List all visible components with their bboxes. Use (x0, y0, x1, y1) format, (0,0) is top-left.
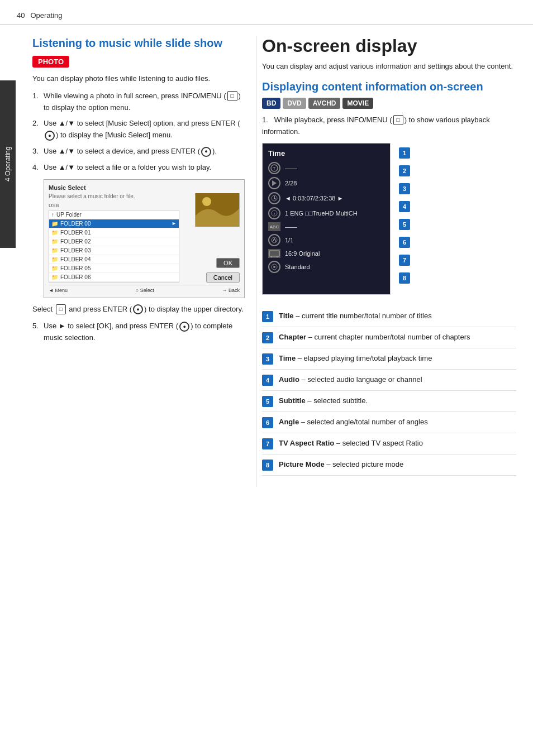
info-desc-5: – selected subtitle. (307, 396, 368, 405)
folder-icon-3: 📁 (51, 247, 58, 253)
info-label-8: Picture Mode (279, 460, 325, 468)
osd-row-subtitle: ABC —— (268, 222, 384, 231)
osd-step1: 1. While playback, press INFO/MENU (□) t… (262, 114, 516, 138)
info-text-3: Time – elapsed playing time/total playba… (279, 353, 516, 364)
nav-select: ○ Select (136, 288, 154, 293)
info-item-1: 1 Title – current title number/total num… (262, 306, 516, 327)
usb-label: USB (49, 203, 179, 208)
info-item-8: 8 Picture Mode – selected picture mode (262, 454, 516, 476)
osd-title-text: —— (285, 165, 384, 171)
info-text-7: TV Aspect Ratio – selected TV aspect Rat… (279, 438, 516, 449)
info-desc-1: – current title number/total number of t… (296, 312, 432, 320)
info-text-6: Angle – selected angle/total number of a… (279, 417, 516, 428)
num-badge-8: 8 (399, 272, 410, 284)
audio-row-icon: ♪ (268, 207, 280, 219)
osd-row-chapter: 2/28 (268, 177, 384, 189)
folder-01[interactable]: 📁 FOLDER 01 (49, 228, 179, 237)
osd-number-badges: 1 2 3 4 5 (399, 143, 410, 295)
info-badge-4: 4 (262, 375, 273, 386)
info-desc-4: – selected audio language or channel (301, 375, 422, 384)
folder-04[interactable]: 📁 FOLDER 04 (49, 255, 179, 264)
left-section-title: Listening to music while slide show (32, 36, 245, 50)
osd-audio-text: 1 ENG □□TrueHD MultiCH (285, 210, 384, 217)
info-label-1: Title (279, 312, 294, 320)
badge-movie: MOVIE (342, 98, 373, 109)
svg-text:♪: ♪ (274, 212, 275, 216)
folder-03[interactable]: 📁 FOLDER 03 (49, 246, 179, 255)
title-row-icon: T (268, 162, 280, 174)
num-badge-1: 1 (399, 147, 410, 159)
nav-back: → Back (222, 288, 240, 293)
info-text-1: Title – current title number/total numbe… (279, 310, 516, 322)
svg-point-1 (202, 197, 211, 206)
svg-line-12 (274, 238, 276, 242)
folder-00-label: FOLDER 00 (60, 221, 91, 227)
info-item-6: 6 Angle – selected angle/total number of… (262, 412, 516, 433)
info-desc-8: – selected picture mode (326, 460, 403, 468)
ok-button[interactable]: OK (216, 258, 240, 268)
content-area: Listening to music while slide show PHOT… (16, 36, 533, 487)
enter-icon-5: ● (179, 322, 189, 332)
page-title-top: Operating (30, 11, 62, 20)
up-folder-label: UP Folder (56, 212, 82, 218)
osd-row-audio: ♪ 1 ENG □□TrueHD MultiCH (268, 207, 384, 219)
step-2: 2. Use ▲/▼ to select [Music Select] opti… (32, 118, 245, 141)
info-label-4: Audio (279, 375, 299, 384)
subtitle-icon-text: ABC (270, 224, 279, 229)
info-menu-icon: □ (393, 115, 403, 125)
osd-row-angle: 1/1 (268, 234, 384, 246)
osd-intro: You can display and adjust various infor… (262, 61, 516, 73)
osd-subtitle-text: —— (285, 223, 384, 230)
enter-icon-note: ● (133, 304, 143, 314)
osd-row-picture: Standard (268, 261, 384, 273)
info-badge-6: 6 (262, 417, 273, 428)
cancel-button[interactable]: Cancel (206, 272, 240, 283)
osd-main-title: On-screen display (262, 36, 516, 56)
osd-row-title: T —— (268, 162, 384, 174)
svg-point-17 (273, 266, 275, 268)
time-row-icon (268, 192, 280, 204)
page-number: 40 (17, 11, 25, 20)
svg-text:T: T (273, 166, 276, 170)
tv-row-icon (268, 249, 280, 258)
info-label-5: Subtitle (279, 396, 306, 405)
folder-02[interactable]: 📁 FOLDER 02 (49, 237, 179, 246)
info-item-5: 5 Subtitle – selected subtitle. (262, 391, 516, 412)
folder-05-label: FOLDER 05 (60, 265, 91, 271)
step-3-num: 3. (32, 146, 44, 157)
info-badge-1: 1 (262, 311, 273, 322)
num-badge-3: 3 (399, 183, 410, 194)
info-item-3: 3 Time – elapsed playing time/total play… (262, 348, 516, 370)
svg-marker-4 (272, 180, 277, 186)
folder-00-arrow: ► (172, 221, 177, 226)
folder-up[interactable]: ↑ UP Folder (49, 210, 179, 219)
step-5-text: Use ► to select [OK], and press ENTER (●… (44, 320, 245, 344)
folder-icon-6: 📁 (51, 274, 58, 280)
steps-list: 1. While viewing a photo in full screen,… (32, 90, 245, 174)
music-select-title: Music Select (49, 184, 240, 191)
osd-row-time: ◄ 0:03:07/2:32:38 ► (268, 192, 384, 204)
osd-time-text: ◄ 0:03:07/2:32:38 ► (285, 195, 384, 202)
music-select-subtitle: Please select a music folder or file. (49, 193, 179, 199)
svg-line-11 (273, 238, 274, 242)
info-text-4: Audio – selected audio language or chann… (279, 374, 516, 385)
music-nav-bar: ◄ Menu ○ Select → Back (49, 285, 240, 293)
folder-00[interactable]: 📁 FOLDER 00 ► (49, 219, 179, 228)
info-desc-2: – current chapter number/total number of… (308, 333, 470, 341)
folder-05[interactable]: 📁 FOLDER 05 (49, 264, 179, 273)
folder-06[interactable]: 📁 FOLDER 06 (49, 273, 179, 282)
info-desc-7: – selected TV aspect Ratio (336, 439, 423, 447)
left-intro: You can display photo files while listen… (32, 73, 245, 85)
osd-angle-text: 1/1 (285, 237, 384, 243)
folder-02-label: FOLDER 02 (60, 238, 91, 245)
angle-row-icon (268, 234, 280, 246)
svg-rect-13 (269, 251, 279, 256)
folder-06-label: FOLDER 06 (60, 274, 91, 280)
photo-badge: PHOTO (32, 56, 69, 68)
svg-line-7 (274, 198, 276, 199)
info-item-4: 4 Audio – selected audio language or cha… (262, 370, 516, 391)
step-4-num: 4. (32, 162, 44, 174)
info-label-3: Time (279, 354, 296, 362)
osd-screen-header: Time (268, 149, 384, 157)
folder-03-label: FOLDER 03 (60, 247, 91, 253)
